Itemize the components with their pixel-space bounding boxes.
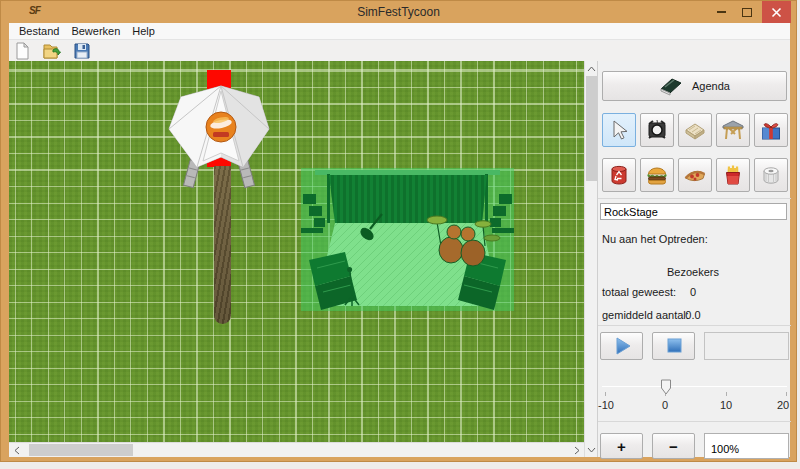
slider-tick — [726, 392, 727, 396]
stop-button[interactable] — [652, 332, 695, 360]
open-file-button[interactable] — [41, 42, 63, 60]
visitors-header: Bezoekers — [638, 266, 748, 278]
cursor-icon — [608, 119, 630, 141]
minimize-icon — [717, 11, 726, 13]
scaffold-gate-icon — [721, 118, 745, 142]
minimize-button[interactable] — [708, 1, 734, 23]
close-icon — [771, 7, 782, 18]
tool-scaffold-gate[interactable] — [716, 113, 750, 147]
entrance-tent[interactable] — [167, 83, 271, 195]
tool-trash-can[interactable] — [602, 158, 636, 192]
horizontal-scrollbar[interactable] — [9, 442, 584, 457]
hamburger-icon — [645, 163, 669, 187]
zoom-out-button[interactable]: − — [652, 433, 695, 459]
average-visitors-value: 0.0 — [638, 309, 748, 321]
agenda-button[interactable]: Agenda — [602, 71, 787, 101]
slider-label-max: 20 — [771, 399, 795, 411]
tool-french-fries[interactable] — [716, 158, 750, 192]
sidebar: Agenda — [597, 61, 790, 457]
slider-label-min: -10 — [594, 399, 618, 411]
slider-tick — [605, 392, 606, 396]
tool-gift-attraction[interactable] — [754, 113, 788, 147]
separator — [598, 421, 791, 422]
tool-pizza[interactable] — [678, 158, 712, 192]
new-document-icon — [13, 42, 31, 60]
menu-item-help[interactable]: Help — [126, 24, 161, 38]
zoom-level-field[interactable] — [704, 433, 789, 459]
stop-icon — [663, 335, 685, 357]
slider-label-zero: 0 — [653, 399, 677, 411]
menu-bar: Bestand Bewerken Help — [9, 23, 790, 40]
window-title: SimFestTycoon — [1, 5, 796, 19]
menu-item-bewerken[interactable]: Bewerken — [65, 24, 126, 38]
status-panel — [704, 332, 789, 360]
toolbar — [9, 41, 790, 61]
menu-item-bestand[interactable]: Bestand — [13, 24, 65, 38]
spotlight-icon — [645, 118, 669, 142]
scroll-right-arrow[interactable] — [570, 443, 583, 457]
separator — [598, 325, 791, 326]
scroll-left-arrow[interactable] — [10, 443, 23, 457]
zoom-in-button[interactable]: + — [600, 433, 643, 459]
now-performing-label: Nu aan het Optreden: — [602, 233, 708, 245]
slider-label-ten: 10 — [714, 399, 738, 411]
toilet-roll-icon — [759, 163, 783, 187]
save-file-button[interactable] — [71, 42, 93, 60]
tool-spotlight[interactable] — [640, 113, 674, 147]
vertical-scroll-thumb[interactable] — [586, 76, 597, 181]
app-window: SF SimFestTycoon Bestand Bewerken Help — [0, 0, 797, 462]
simfest-logo — [206, 112, 236, 142]
agenda-label: Agenda — [692, 80, 730, 92]
stage-truss — [315, 170, 500, 175]
play-icon — [610, 335, 634, 357]
new-document-button[interactable] — [11, 42, 33, 60]
title-bar[interactable]: SF SimFestTycoon — [1, 1, 796, 23]
save-file-icon — [73, 42, 91, 60]
separator — [598, 198, 791, 199]
speed-slider-thumb[interactable] — [660, 379, 672, 397]
tool-stage-platform[interactable] — [678, 113, 712, 147]
speed-slider-track[interactable] — [602, 386, 787, 387]
tool-hamburger[interactable] — [640, 158, 674, 192]
main-area: Agenda — [9, 61, 790, 457]
gift-icon — [759, 118, 783, 142]
stage-name-input[interactable] — [600, 203, 787, 220]
pizza-icon — [683, 163, 707, 187]
vertical-scrollbar[interactable] — [584, 61, 597, 457]
maximize-icon — [742, 8, 752, 17]
tool-select-cursor[interactable] — [602, 113, 636, 147]
total-visitors-value: 0 — [638, 286, 748, 298]
french-fries-icon — [721, 163, 745, 187]
play-button[interactable] — [600, 332, 643, 360]
agenda-book-icon — [659, 76, 683, 96]
close-button[interactable] — [762, 1, 791, 23]
slider-thumb-icon — [660, 379, 672, 395]
festival-map-canvas[interactable] — [9, 61, 584, 442]
trash-can-icon — [607, 163, 631, 187]
rock-stage-preview[interactable] — [301, 168, 514, 311]
maximize-button[interactable] — [734, 1, 760, 23]
tool-toilet-roll[interactable] — [754, 158, 788, 192]
stage-platform-icon — [683, 118, 707, 142]
open-file-icon — [42, 42, 62, 60]
slider-tick — [786, 392, 787, 396]
horizontal-scroll-thumb[interactable] — [29, 444, 133, 456]
client-area: Bestand Bewerken Help — [9, 23, 790, 457]
